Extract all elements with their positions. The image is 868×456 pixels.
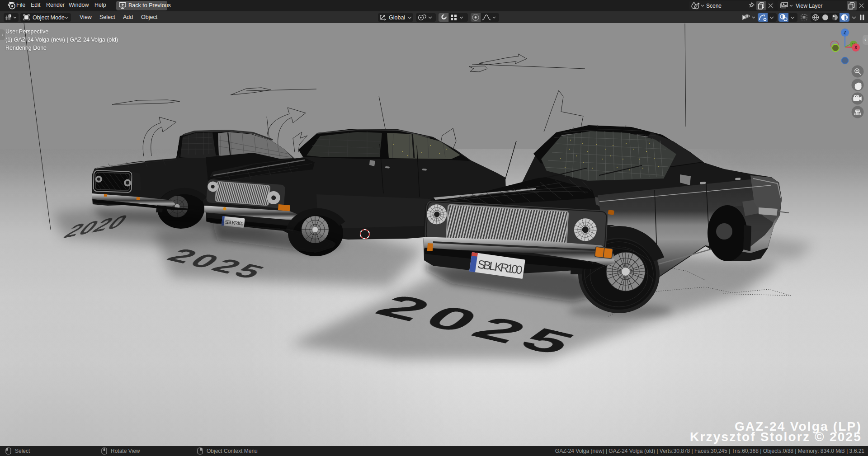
svg-text:Z: Z [844,30,846,35]
svg-text:X: X [854,45,858,50]
